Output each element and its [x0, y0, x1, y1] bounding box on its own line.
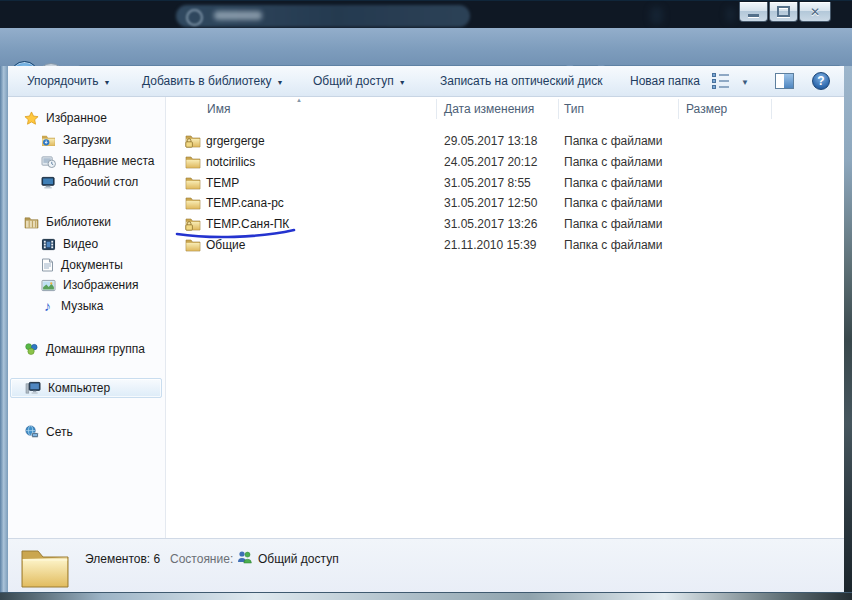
computer-icon: [25, 381, 41, 395]
file-row[interactable]: Общие 21.11.2010 15:39 Папка с файлами: [166, 235, 844, 255]
folder-icon: [185, 238, 201, 252]
column-header-size[interactable]: Размер: [686, 102, 727, 116]
sidebar-group-favorites[interactable]: Избранное: [24, 108, 107, 128]
documents-icon: [41, 258, 54, 272]
locked-folder-icon: [185, 134, 201, 148]
navigation-pane: Избранное Загрузки Недавние места: [8, 97, 165, 538]
chevron-down-icon: ▼: [103, 79, 110, 86]
sidebar-item-homegroup[interactable]: Домашняя группа: [24, 339, 145, 359]
command-toolbar: Упорядочить▼ Добавить в библиотеку▼ Общи…: [8, 66, 844, 97]
video-icon: [41, 238, 56, 251]
sidebar-item-computer[interactable]: Компьютер: [10, 378, 162, 398]
file-row[interactable]: grgergerge 29.05.2017 13:18 Папка с файл…: [166, 131, 844, 151]
shared-users-icon: [236, 550, 253, 565]
sidebar-item-downloads[interactable]: Загрузки: [41, 130, 111, 150]
background-blur-smudge: [726, 7, 735, 22]
help-button[interactable]: ?: [812, 72, 830, 90]
desktop-icon: [41, 176, 56, 189]
add-to-library-button[interactable]: Добавить в библиотеку▼: [142, 74, 283, 88]
downloads-icon: [41, 134, 56, 147]
file-row[interactable]: notcirilics 24.05.2017 20:12 Папка с фай…: [166, 152, 844, 172]
background-blur-magnifier: [186, 9, 203, 26]
sidebar-item-recent-places[interactable]: Недавние места: [41, 151, 154, 171]
sidebar-item-pictures[interactable]: Изображения: [41, 275, 138, 295]
homegroup-icon: [24, 342, 39, 356]
share-button[interactable]: Общий доступ▼: [313, 74, 406, 88]
window-border-right: [844, 66, 852, 592]
state-value: Общий доступ: [258, 552, 339, 566]
sidebar-item-video[interactable]: Видео: [41, 234, 98, 254]
content-area: Избранное Загрузки Недавние места: [8, 97, 844, 538]
chevron-down-icon: ▼: [399, 79, 406, 86]
details-pane: Элементов: 6 Состояние: Общий доступ: [8, 538, 844, 592]
column-header-name[interactable]: Имя: [207, 102, 230, 116]
minimize-icon: [748, 14, 759, 17]
items-count-label: Элементов: 6: [85, 552, 160, 566]
change-view-button[interactable]: [712, 73, 732, 89]
sidebar-group-libraries[interactable]: Библиотеки: [24, 212, 111, 232]
column-header-type[interactable]: Тип: [564, 102, 584, 116]
background-blur-smudge: [650, 7, 663, 24]
column-headers: ▲ Имя Дата изменения Тип Размер: [166, 97, 844, 121]
window-border-bottom: [0, 592, 852, 600]
sort-ascending-icon: ▲: [296, 97, 302, 103]
client-area: Упорядочить▼ Добавить в библиотеку▼ Общи…: [8, 66, 844, 592]
title-bar[interactable]: ✕: [0, 0, 852, 28]
background-blur-text: [214, 11, 262, 20]
maximize-icon: [777, 6, 790, 17]
navigation-bar: ◄ ► ▼ ▶ Компьютер ▶ Локальный диск (D:) …: [0, 28, 852, 66]
column-header-modified[interactable]: Дата изменения: [444, 102, 534, 116]
sidebar-item-network[interactable]: Сеть: [24, 422, 73, 442]
organize-button[interactable]: Упорядочить▼: [27, 74, 110, 88]
folder-icon: [185, 176, 201, 190]
close-icon: ✕: [810, 6, 820, 18]
file-list: ▲ Имя Дата изменения Тип Размер: [166, 97, 844, 538]
burn-disc-button[interactable]: Записать на оптический диск: [440, 74, 603, 88]
change-view-dropdown[interactable]: ▼: [741, 78, 749, 87]
network-icon: [24, 425, 39, 439]
maximize-button[interactable]: [769, 2, 798, 22]
chevron-down-icon: ▼: [277, 79, 284, 86]
music-note-icon: ♪: [41, 300, 54, 313]
new-folder-button[interactable]: Новая папка: [630, 74, 700, 88]
star-icon: [24, 111, 39, 126]
folder-icon: [185, 196, 201, 210]
minimize-button[interactable]: [739, 2, 768, 22]
sidebar-item-documents[interactable]: Документы: [41, 255, 123, 275]
state-label: Состояние:: [170, 552, 233, 566]
folder-icon: [185, 155, 201, 169]
pictures-icon: [41, 279, 56, 292]
file-row[interactable]: TEMP.cana-pc 31.05.2017 12:50 Папка с фа…: [166, 193, 844, 213]
explorer-window: ✕ ◄ ► ▼ ▶ Компьютер ▶ Локальный диск (D:…: [0, 0, 852, 600]
libraries-icon: [24, 216, 39, 229]
selected-folder-icon: [20, 545, 70, 589]
window-border-left: [0, 66, 8, 592]
file-row[interactable]: TEMP 31.05.2017 8:55 Папка с файлами: [166, 173, 844, 193]
sidebar-item-desktop[interactable]: Рабочий стол: [41, 172, 138, 192]
preview-pane-button[interactable]: [775, 73, 794, 89]
close-button[interactable]: ✕: [799, 2, 831, 22]
window-controls: ✕: [739, 2, 831, 22]
sidebar-item-music[interactable]: ♪ Музыка: [41, 296, 103, 316]
recent-places-icon: [41, 155, 56, 168]
